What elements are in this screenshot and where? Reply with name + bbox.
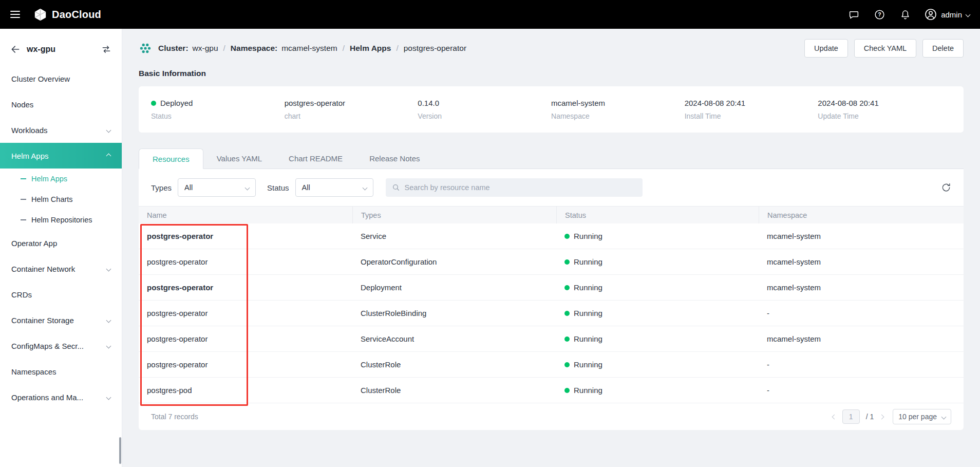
resource-name[interactable]: postgres-operator: [139, 275, 352, 300]
sidebar-item-nodes[interactable]: Nodes: [0, 91, 122, 117]
sidebar-subitem-label: Helm Repositories: [31, 216, 92, 224]
brand-logo[interactable]: DaoCloud: [33, 8, 101, 22]
sidebar-scrollbar[interactable]: [119, 437, 121, 464]
resource-name[interactable]: postgres-operator: [139, 249, 352, 274]
sidebar-item-helm-apps[interactable]: Helm Apps: [0, 143, 122, 169]
resource-namespace: -: [759, 378, 964, 403]
next-page-icon[interactable]: [879, 414, 884, 419]
breadcrumb-current: postgres-operator: [404, 44, 466, 53]
breadcrumb-section[interactable]: Helm Apps: [350, 44, 391, 53]
breadcrumb-namespace-value[interactable]: mcamel-system: [281, 44, 337, 53]
user-menu[interactable]: admin: [925, 8, 970, 21]
breadcrumb-separator: /: [396, 44, 398, 53]
menu-icon[interactable]: [10, 11, 20, 18]
tab-values-yaml[interactable]: Values YAML: [203, 148, 275, 169]
bell-icon[interactable]: [899, 8, 911, 21]
column-header-namespace[interactable]: Namespace: [759, 207, 964, 223]
avatar-icon: [925, 8, 937, 21]
status-dot: [564, 311, 570, 316]
resource-namespace: mcamel-system: [759, 275, 964, 300]
sidebar-item-operations[interactable]: Operations and Ma...: [0, 384, 122, 410]
resource-status: Running: [574, 309, 602, 317]
delete-button[interactable]: Delete: [922, 39, 964, 58]
sidebar-item-container-storage[interactable]: Container Storage: [0, 307, 122, 333]
sidebar-item-crds[interactable]: CRDs: [0, 282, 122, 307]
update-button[interactable]: Update: [804, 39, 848, 58]
status-filter-label: Status: [267, 183, 289, 192]
back-icon[interactable]: [10, 44, 21, 54]
sidebar-subitem-helm-apps[interactable]: Helm Apps: [0, 169, 122, 189]
chevron-down-icon: [966, 12, 971, 17]
info-label: Status: [151, 112, 285, 120]
user-name: admin: [941, 10, 962, 19]
info-field-update-time: 2024-08-08 20:41 Update Time: [818, 97, 951, 122]
resource-type: Service: [352, 223, 556, 249]
chevron-up-icon: [106, 153, 111, 158]
breadcrumb-namespace-label: Namespace:: [231, 44, 277, 53]
column-header-status[interactable]: Status: [556, 207, 759, 223]
sidebar-subitem-helm-charts[interactable]: Helm Charts: [0, 189, 122, 210]
sidebar-item-namespaces[interactable]: Namespaces: [0, 359, 122, 384]
sidebar-subitem-label: Helm Apps: [31, 175, 67, 183]
status-select-value: All: [302, 183, 310, 192]
info-value: 2024-08-08 20:41: [685, 99, 818, 107]
resource-type: OperatorConfiguration: [352, 249, 556, 274]
page-size-select[interactable]: 10 per page: [893, 409, 951, 424]
tab-resources[interactable]: Resources: [139, 148, 203, 169]
sidebar-item-label: Operations and Ma...: [11, 393, 103, 402]
chevron-down-icon: [106, 395, 111, 400]
sidebar-item-workloads[interactable]: Workloads: [0, 117, 122, 143]
chevron-down-icon: [106, 266, 111, 271]
table-row[interactable]: postgres-operator ClusterRole Running -: [139, 352, 964, 378]
table-row[interactable]: postgres-operator Service Running mcamel…: [139, 223, 964, 249]
table-footer: Total 7 records 1 / 1 10 per page: [139, 403, 964, 430]
search-input[interactable]: [405, 183, 636, 192]
resource-status: Running: [574, 257, 602, 266]
table-row[interactable]: postgres-operator Deployment Running mca…: [139, 275, 964, 301]
tab-release-notes[interactable]: Release Notes: [356, 148, 433, 169]
switch-cluster-icon[interactable]: [101, 44, 111, 54]
resource-type: ServiceAccount: [352, 326, 556, 351]
breadcrumb-cluster-value[interactable]: wx-gpu: [193, 44, 218, 53]
sidebar-item-cluster-overview[interactable]: Cluster Overview: [0, 66, 122, 91]
resource-name[interactable]: postgres-operator: [139, 301, 352, 326]
page-number-input[interactable]: 1: [842, 409, 860, 424]
check-yaml-button[interactable]: Check YAML: [854, 39, 916, 58]
resource-namespace: -: [759, 352, 964, 377]
table-row[interactable]: postgres-operator ClusterRoleBinding Run…: [139, 301, 964, 326]
tab-bar: Resources Values YAML Chart README Relea…: [139, 148, 964, 169]
resource-name[interactable]: postgres-operator: [139, 223, 352, 249]
resource-name[interactable]: postgres-pod: [139, 378, 352, 403]
status-select[interactable]: All: [295, 178, 373, 197]
sidebar-item-label: Nodes: [11, 100, 110, 109]
column-header-types[interactable]: Types: [352, 207, 556, 223]
table-row[interactable]: postgres-operator OperatorConfiguration …: [139, 249, 964, 275]
table-row[interactable]: postgres-pod ClusterRole Running -: [139, 378, 964, 403]
table-row[interactable]: postgres-operator ServiceAccount Running…: [139, 326, 964, 352]
chat-icon[interactable]: [847, 8, 860, 21]
resource-name[interactable]: postgres-operator: [139, 352, 352, 377]
status-dot: [564, 337, 570, 342]
resource-type: Deployment: [352, 275, 556, 300]
info-value: 2024-08-08 20:41: [818, 99, 951, 107]
column-header-name[interactable]: Name: [139, 207, 352, 223]
sidebar-item-container-network[interactable]: Container Network: [0, 256, 122, 282]
sidebar-item-operator-app[interactable]: Operator App: [0, 230, 122, 256]
tab-chart-readme[interactable]: Chart README: [275, 148, 356, 169]
refresh-icon[interactable]: [941, 182, 951, 193]
info-field-status: Deployed Status: [151, 97, 285, 122]
types-select[interactable]: All: [178, 178, 256, 197]
sidebar-item-label: CRDs: [11, 290, 110, 299]
resource-namespace: mcamel-system: [759, 223, 964, 249]
info-field-version: 0.14.0 Version: [418, 97, 551, 122]
info-field-chart: postgres-operator chart: [285, 97, 418, 122]
prev-page-icon[interactable]: [832, 414, 837, 419]
help-icon[interactable]: ?: [873, 8, 885, 21]
sidebar-item-configmaps-secrets[interactable]: ConfigMaps & Secr...: [0, 333, 122, 359]
chevron-down-icon: [106, 127, 111, 133]
page-total: / 1: [866, 413, 874, 421]
svg-text:?: ?: [878, 11, 881, 17]
sidebar-subitem-helm-repositories[interactable]: Helm Repositories: [0, 210, 122, 230]
resource-name[interactable]: postgres-operator: [139, 326, 352, 351]
dash-icon: [21, 199, 26, 200]
